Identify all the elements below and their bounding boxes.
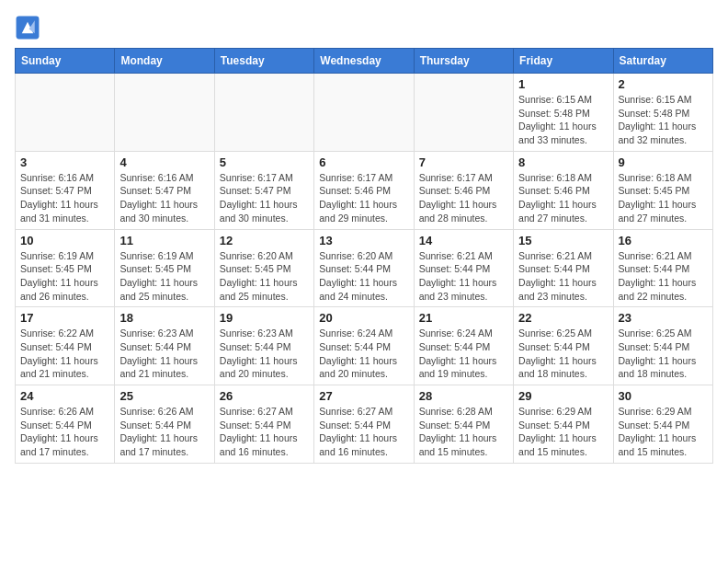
day-number: 6	[319, 155, 408, 169]
calendar-cell: 24Sunrise: 6:26 AMSunset: 5:44 PMDayligh…	[16, 385, 115, 464]
day-number: 17	[20, 311, 109, 325]
day-number: 18	[119, 311, 209, 325]
calendar-cell: 29Sunrise: 6:29 AMSunset: 5:44 PMDayligh…	[514, 385, 613, 464]
day-info: Sunrise: 6:18 AMSunset: 5:46 PMDaylight:…	[518, 171, 608, 225]
day-info: Sunrise: 6:20 AMSunset: 5:45 PMDaylight:…	[220, 249, 309, 304]
day-number: 16	[619, 234, 708, 247]
day-info: Sunrise: 6:21 AMSunset: 5:44 PMDaylight:…	[619, 249, 708, 304]
day-number: 27	[319, 389, 408, 403]
calendar-cell: 13Sunrise: 6:20 AMSunset: 5:44 PMDayligh…	[314, 229, 414, 307]
day-number: 22	[518, 311, 608, 325]
day-info: Sunrise: 6:24 AMSunset: 5:44 PMDaylight:…	[419, 327, 508, 381]
day-number: 7	[419, 155, 508, 169]
calendar-week-row-5: 24Sunrise: 6:26 AMSunset: 5:44 PMDayligh…	[16, 385, 713, 464]
day-info: Sunrise: 6:29 AMSunset: 5:44 PMDaylight:…	[518, 405, 608, 459]
calendar-cell: 27Sunrise: 6:27 AMSunset: 5:44 PMDayligh…	[314, 385, 414, 464]
calendar-cell: 10Sunrise: 6:19 AMSunset: 5:45 PMDayligh…	[16, 229, 115, 307]
day-info: Sunrise: 6:24 AMSunset: 5:44 PMDaylight:…	[319, 327, 408, 381]
day-number: 24	[20, 389, 109, 403]
calendar-cell: 19Sunrise: 6:23 AMSunset: 5:44 PMDayligh…	[214, 307, 313, 385]
day-info: Sunrise: 6:19 AMSunset: 5:45 PMDaylight:…	[20, 249, 109, 304]
day-number: 10	[20, 234, 109, 247]
day-number: 26	[220, 389, 309, 403]
calendar-cell: 12Sunrise: 6:20 AMSunset: 5:45 PMDayligh…	[214, 229, 313, 307]
calendar-cell: 7Sunrise: 6:17 AMSunset: 5:46 PMDaylight…	[414, 151, 513, 229]
day-number: 8	[518, 155, 608, 169]
day-info: Sunrise: 6:16 AMSunset: 5:47 PMDaylight:…	[119, 171, 209, 225]
calendar-week-row-3: 10Sunrise: 6:19 AMSunset: 5:45 PMDayligh…	[16, 229, 713, 307]
day-info: Sunrise: 6:20 AMSunset: 5:44 PMDaylight:…	[319, 249, 408, 304]
day-info: Sunrise: 6:18 AMSunset: 5:45 PMDaylight:…	[619, 171, 708, 225]
calendar-cell: 23Sunrise: 6:25 AMSunset: 5:44 PMDayligh…	[613, 307, 712, 385]
calendar-cell: 11Sunrise: 6:19 AMSunset: 5:45 PMDayligh…	[115, 229, 214, 307]
col-header-thursday: Thursday	[414, 49, 513, 74]
calendar-cell: 25Sunrise: 6:26 AMSunset: 5:44 PMDayligh…	[115, 385, 214, 464]
col-header-tuesday: Tuesday	[214, 49, 313, 74]
calendar-cell: 22Sunrise: 6:25 AMSunset: 5:44 PMDayligh…	[514, 307, 613, 385]
day-info: Sunrise: 6:16 AMSunset: 5:47 PMDaylight:…	[20, 171, 109, 225]
day-info: Sunrise: 6:27 AMSunset: 5:44 PMDaylight:…	[319, 405, 408, 459]
day-info: Sunrise: 6:21 AMSunset: 5:44 PMDaylight:…	[419, 249, 508, 304]
calendar-cell	[414, 74, 513, 152]
calendar-cell: 26Sunrise: 6:27 AMSunset: 5:44 PMDayligh…	[214, 385, 313, 464]
calendar-cell: 14Sunrise: 6:21 AMSunset: 5:44 PMDayligh…	[414, 229, 513, 307]
day-number: 20	[319, 311, 408, 325]
day-info: Sunrise: 6:26 AMSunset: 5:44 PMDaylight:…	[119, 405, 209, 459]
day-info: Sunrise: 6:15 AMSunset: 5:48 PMDaylight:…	[518, 93, 608, 147]
day-info: Sunrise: 6:21 AMSunset: 5:44 PMDaylight:…	[518, 249, 608, 304]
calendar-cell: 5Sunrise: 6:17 AMSunset: 5:47 PMDaylight…	[214, 151, 313, 229]
day-number: 1	[518, 77, 608, 91]
logo-icon	[15, 15, 40, 40]
calendar-week-row-1: 1Sunrise: 6:15 AMSunset: 5:48 PMDaylight…	[16, 74, 713, 152]
col-header-monday: Monday	[115, 49, 214, 74]
day-info: Sunrise: 6:25 AMSunset: 5:44 PMDaylight:…	[619, 327, 708, 381]
calendar-cell: 18Sunrise: 6:23 AMSunset: 5:44 PMDayligh…	[115, 307, 214, 385]
calendar-cell: 6Sunrise: 6:17 AMSunset: 5:46 PMDaylight…	[314, 151, 414, 229]
day-number: 2	[619, 77, 708, 91]
calendar-cell: 3Sunrise: 6:16 AMSunset: 5:47 PMDaylight…	[16, 151, 115, 229]
calendar-cell: 1Sunrise: 6:15 AMSunset: 5:48 PMDaylight…	[514, 74, 613, 152]
col-header-sunday: Sunday	[16, 49, 115, 74]
calendar-week-row-4: 17Sunrise: 6:22 AMSunset: 5:44 PMDayligh…	[16, 307, 713, 385]
day-info: Sunrise: 6:17 AMSunset: 5:46 PMDaylight:…	[419, 171, 508, 225]
calendar-cell: 15Sunrise: 6:21 AMSunset: 5:44 PMDayligh…	[514, 229, 613, 307]
day-info: Sunrise: 6:27 AMSunset: 5:44 PMDaylight:…	[220, 405, 309, 459]
day-number: 30	[619, 389, 708, 403]
day-number: 3	[20, 155, 109, 169]
calendar-cell: 4Sunrise: 6:16 AMSunset: 5:47 PMDaylight…	[115, 151, 214, 229]
calendar-cell	[314, 74, 414, 152]
calendar-cell: 17Sunrise: 6:22 AMSunset: 5:44 PMDayligh…	[16, 307, 115, 385]
calendar-cell: 21Sunrise: 6:24 AMSunset: 5:44 PMDayligh…	[414, 307, 513, 385]
day-info: Sunrise: 6:15 AMSunset: 5:48 PMDaylight:…	[619, 93, 708, 147]
calendar-cell	[214, 74, 313, 152]
day-info: Sunrise: 6:29 AMSunset: 5:44 PMDaylight:…	[619, 405, 708, 459]
day-info: Sunrise: 6:26 AMSunset: 5:44 PMDaylight:…	[20, 405, 109, 459]
day-number: 15	[518, 234, 608, 247]
day-number: 21	[419, 311, 508, 325]
calendar-cell: 28Sunrise: 6:28 AMSunset: 5:44 PMDayligh…	[414, 385, 513, 464]
day-number: 13	[319, 234, 408, 247]
day-info: Sunrise: 6:23 AMSunset: 5:44 PMDaylight:…	[220, 327, 309, 381]
day-number: 28	[419, 389, 508, 403]
calendar-cell: 30Sunrise: 6:29 AMSunset: 5:44 PMDayligh…	[613, 385, 712, 464]
calendar-cell: 9Sunrise: 6:18 AMSunset: 5:45 PMDaylight…	[613, 151, 712, 229]
day-number: 25	[119, 389, 209, 403]
day-number: 9	[619, 155, 708, 169]
calendar-week-row-2: 3Sunrise: 6:16 AMSunset: 5:47 PMDaylight…	[16, 151, 713, 229]
day-info: Sunrise: 6:28 AMSunset: 5:44 PMDaylight:…	[419, 405, 508, 459]
day-info: Sunrise: 6:19 AMSunset: 5:45 PMDaylight:…	[119, 249, 209, 304]
calendar-cell: 20Sunrise: 6:24 AMSunset: 5:44 PMDayligh…	[314, 307, 414, 385]
day-info: Sunrise: 6:17 AMSunset: 5:47 PMDaylight:…	[220, 171, 309, 225]
day-number: 23	[619, 311, 708, 325]
calendar-cell: 2Sunrise: 6:15 AMSunset: 5:48 PMDaylight…	[613, 74, 712, 152]
calendar-header-row: SundayMondayTuesdayWednesdayThursdayFrid…	[16, 49, 713, 74]
col-header-saturday: Saturday	[613, 49, 712, 74]
day-number: 5	[220, 155, 309, 169]
day-number: 12	[220, 234, 309, 247]
day-number: 11	[119, 234, 209, 247]
day-number: 19	[220, 311, 309, 325]
page-header	[15, 15, 713, 40]
day-number: 29	[518, 389, 608, 403]
calendar-cell	[115, 74, 214, 152]
calendar-cell: 8Sunrise: 6:18 AMSunset: 5:46 PMDaylight…	[514, 151, 613, 229]
